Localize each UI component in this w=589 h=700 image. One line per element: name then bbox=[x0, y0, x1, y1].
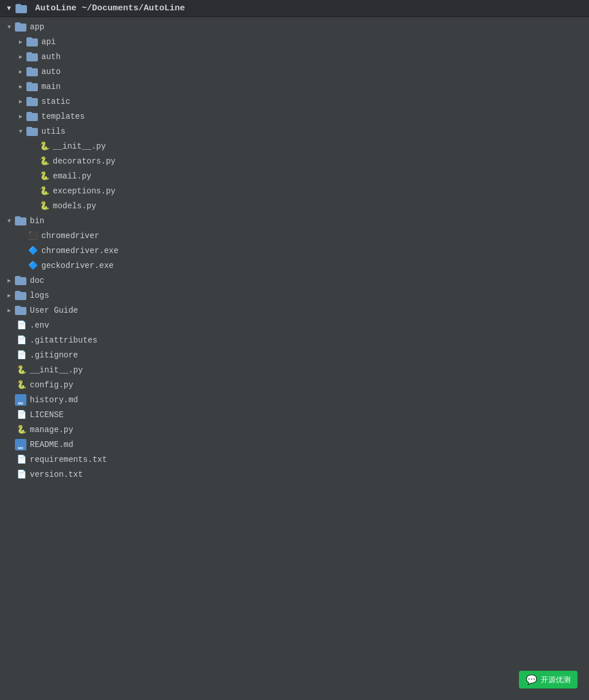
root-folder-icon bbox=[16, 4, 27, 13]
tree-item-templates[interactable]: templates bbox=[0, 109, 589, 124]
md-icon: MD bbox=[15, 394, 26, 406]
tree-item-doc[interactable]: doc bbox=[0, 273, 589, 288]
python-icon: 🐍 bbox=[15, 364, 28, 376]
item-label-static: static bbox=[41, 97, 70, 106]
tree-item-utils[interactable]: utils bbox=[0, 124, 589, 139]
arrow-right-icon bbox=[5, 291, 14, 300]
tree-item-chromedriver_exe[interactable]: 🔷chromedriver.exe bbox=[0, 243, 589, 258]
tree-item-main[interactable]: main bbox=[0, 79, 589, 94]
binary-icon: ⬛ bbox=[26, 230, 39, 242]
exe-icon: 🔷 bbox=[26, 260, 39, 271]
folder-icon bbox=[26, 97, 38, 106]
item-label-templates: templates bbox=[41, 112, 85, 121]
item-label-logs: logs bbox=[30, 291, 49, 300]
arrow-right-icon bbox=[16, 97, 25, 106]
item-label-chromedriver: chromedriver bbox=[41, 231, 99, 240]
file-icon: 📄 bbox=[15, 469, 28, 480]
folder-icon bbox=[15, 276, 26, 285]
tree-item-exceptions[interactable]: 🐍exceptions.py bbox=[0, 184, 589, 199]
tree-item-email_py[interactable]: 🐍email.py bbox=[0, 169, 589, 184]
tree-item-version[interactable]: 📄version.txt bbox=[0, 467, 589, 482]
item-label-main: main bbox=[41, 82, 61, 91]
item-label-decorators: decorators.py bbox=[53, 157, 115, 166]
tree-item-env[interactable]: 📄.env bbox=[0, 318, 589, 333]
item-label-license: LICENSE bbox=[30, 410, 64, 419]
tree-item-config_py[interactable]: 🐍config.py bbox=[0, 378, 589, 392]
tree-item-auto[interactable]: auto bbox=[0, 64, 589, 79]
item-label-init_py_1: __init__.py bbox=[53, 142, 106, 151]
folder-icon bbox=[26, 82, 38, 91]
tree-item-geckodriver_exe[interactable]: 🔷geckodriver.exe bbox=[0, 258, 589, 273]
tree-item-history_md[interactable]: MDhistory.md bbox=[0, 392, 589, 407]
file-icon: 📄 bbox=[15, 454, 28, 465]
item-label-gitignore: .gitignore bbox=[30, 351, 78, 360]
item-label-env: .env bbox=[30, 321, 49, 330]
tree-item-manage_py[interactable]: 🐍manage.py bbox=[0, 422, 589, 437]
python-icon: 🐍 bbox=[38, 185, 51, 197]
tree-item-license[interactable]: 📄LICENSE bbox=[0, 407, 589, 422]
arrow-down-icon bbox=[16, 127, 25, 136]
file-tree: appapiauthautomainstatictemplatesutils🐍_… bbox=[0, 17, 589, 484]
item-label-user_guide: User Guide bbox=[30, 306, 78, 315]
title-text: AutoLine ~/Documents/AutoLine bbox=[35, 3, 185, 13]
item-label-readme_md: README.md bbox=[30, 440, 73, 449]
tree-item-init_py_2[interactable]: 🐍__init__.py bbox=[0, 363, 589, 378]
tree-item-static[interactable]: static bbox=[0, 94, 589, 109]
folder-icon bbox=[26, 112, 38, 121]
exe-icon: 🔷 bbox=[26, 245, 39, 256]
item-label-api: api bbox=[41, 37, 56, 46]
watermark-text: 开源优测 bbox=[541, 675, 571, 685]
tree-item-bin[interactable]: bin bbox=[0, 213, 589, 228]
folder-icon bbox=[26, 127, 38, 136]
tree-item-gitignore[interactable]: 📄.gitignore bbox=[0, 348, 589, 363]
arrow-down-icon bbox=[5, 216, 14, 225]
arrow-right-icon bbox=[16, 82, 25, 91]
tree-item-readme_md[interactable]: MDREADME.md bbox=[0, 437, 589, 452]
tree-item-decorators[interactable]: 🐍decorators.py bbox=[0, 154, 589, 169]
tree-item-init_py_1[interactable]: 🐍__init__.py bbox=[0, 139, 589, 154]
watermark: 💬 开源优测 bbox=[519, 671, 578, 689]
python-icon: 🐍 bbox=[15, 379, 28, 391]
arrow-right-icon bbox=[5, 276, 14, 285]
arrow-right-icon bbox=[16, 52, 25, 61]
folder-icon bbox=[15, 22, 26, 32]
file-icon: 📄 bbox=[15, 409, 28, 421]
arrow-right-icon bbox=[16, 37, 25, 46]
python-icon: 🐍 bbox=[15, 424, 28, 435]
folder-icon bbox=[26, 37, 38, 46]
tree-item-api[interactable]: api bbox=[0, 34, 589, 49]
file-icon: 📄 bbox=[15, 335, 28, 346]
arrow-right-icon bbox=[16, 112, 25, 121]
item-label-doc: doc bbox=[30, 276, 44, 285]
item-label-gitattributes: .gitattributes bbox=[30, 336, 98, 345]
wechat-icon: 💬 bbox=[526, 674, 537, 685]
item-label-init_py_2: __init__.py bbox=[30, 365, 83, 375]
python-icon: 🐍 bbox=[38, 141, 51, 152]
tree-item-user_guide[interactable]: User Guide bbox=[0, 303, 589, 318]
tree-item-gitattributes[interactable]: 📄.gitattributes bbox=[0, 333, 589, 348]
item-label-email_py: email.py bbox=[53, 172, 91, 181]
item-label-manage_py: manage.py bbox=[30, 425, 73, 434]
file-icon: 📄 bbox=[15, 320, 28, 331]
item-label-config_py: config.py bbox=[30, 380, 73, 390]
item-label-chromedriver_exe: chromedriver.exe bbox=[41, 246, 118, 255]
item-label-models_py: models.py bbox=[53, 201, 96, 211]
item-label-requirements: requirements.txt bbox=[30, 455, 107, 464]
title-bar: ▼ AutoLine ~/Documents/AutoLine bbox=[0, 0, 589, 17]
tree-item-logs[interactable]: logs bbox=[0, 288, 589, 303]
python-icon: 🐍 bbox=[38, 170, 51, 182]
arrow-right-icon bbox=[5, 306, 14, 315]
tree-item-app[interactable]: app bbox=[0, 20, 589, 34]
folder-icon bbox=[15, 291, 26, 300]
python-icon: 🐍 bbox=[38, 155, 51, 167]
tree-item-chromedriver[interactable]: ⬛chromedriver bbox=[0, 228, 589, 243]
folder-icon bbox=[26, 67, 38, 76]
folder-icon bbox=[15, 216, 26, 225]
tree-item-requirements[interactable]: 📄requirements.txt bbox=[0, 452, 589, 467]
tree-item-auth[interactable]: auth bbox=[0, 49, 589, 64]
tree-item-models_py[interactable]: 🐍models.py bbox=[0, 199, 589, 213]
item-label-version: version.txt bbox=[30, 470, 83, 479]
folder-icon bbox=[15, 306, 26, 315]
file-icon: 📄 bbox=[15, 349, 28, 361]
item-label-app: app bbox=[30, 22, 44, 32]
